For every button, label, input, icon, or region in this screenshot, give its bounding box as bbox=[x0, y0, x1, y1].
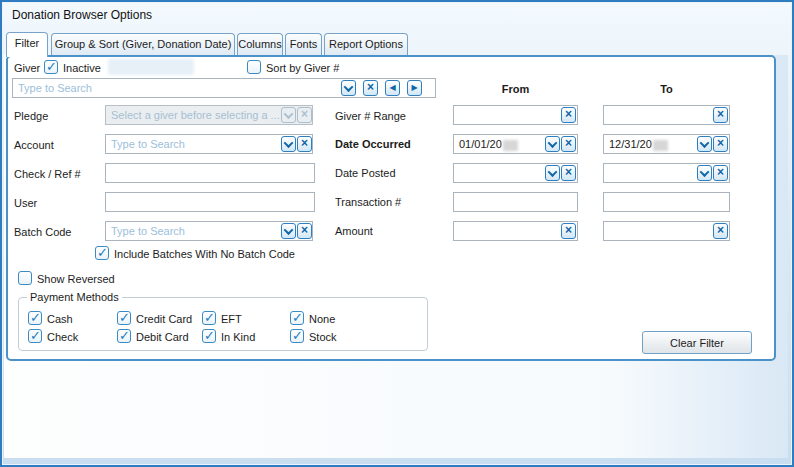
donation-browser-options-dialog: Donation Browser Options Filter Group & … bbox=[0, 0, 794, 467]
in-kind-label: In Kind bbox=[221, 331, 255, 343]
check-checkbox[interactable] bbox=[28, 329, 42, 343]
pledge-dropdown-button chevron-down-icon bbox=[281, 107, 296, 123]
transaction-to-input[interactable] bbox=[603, 192, 730, 212]
inactive-label: Inactive bbox=[63, 62, 101, 74]
in-kind-checkbox[interactable] bbox=[202, 329, 216, 343]
giver-range-label: Giver # Range bbox=[335, 110, 406, 122]
date-posted-from-dropdown-button chevron-down-icon[interactable] bbox=[545, 165, 560, 181]
giver-clear-button x-icon[interactable]: × bbox=[363, 80, 378, 96]
date-occurred-label: Date Occurred bbox=[335, 138, 411, 150]
date-posted-to-dropdown-button chevron-down-icon[interactable] bbox=[697, 165, 712, 181]
date-occurred-from-dropdown-button chevron-down-icon[interactable] bbox=[545, 136, 560, 152]
check-ref-input[interactable] bbox=[105, 163, 315, 183]
user-label: User bbox=[14, 197, 37, 209]
include-batches-checkbox[interactable] bbox=[95, 246, 109, 260]
redacted-year bbox=[503, 140, 518, 151]
date-posted-from-clear-button x-icon[interactable]: × bbox=[561, 165, 576, 181]
amount-label: Amount bbox=[335, 225, 373, 237]
date-occurred-from-clear-button x-icon[interactable]: × bbox=[561, 136, 576, 152]
cash-label: Cash bbox=[47, 313, 73, 325]
amount-to-clear-button x-icon[interactable]: × bbox=[713, 223, 728, 239]
amount-from-input[interactable] bbox=[453, 221, 578, 241]
tab-columns[interactable]: Columns bbox=[237, 33, 283, 55]
giver-range-to-clear-button x-icon[interactable]: × bbox=[713, 107, 728, 123]
account-clear-button x-icon[interactable]: × bbox=[297, 136, 312, 152]
check-ref-label: Check / Ref # bbox=[14, 168, 81, 180]
amount-from-clear-button x-icon[interactable]: × bbox=[561, 223, 576, 239]
amount-to-input[interactable] bbox=[603, 221, 730, 241]
sort-by-giver-label: Sort by Giver # bbox=[266, 62, 339, 74]
credit-card-label: Credit Card bbox=[136, 313, 192, 325]
from-header: From bbox=[453, 83, 578, 95]
cash-checkbox[interactable] bbox=[28, 311, 42, 325]
eft-checkbox[interactable] bbox=[202, 311, 216, 325]
giver-dropdown-button chevron-down-icon[interactable] bbox=[341, 80, 356, 96]
tab-report-options[interactable]: Report Options bbox=[324, 33, 408, 55]
sort-by-giver-checkbox[interactable] bbox=[247, 60, 261, 74]
pledge-label: Pledge bbox=[14, 110, 48, 122]
stock-checkbox[interactable] bbox=[290, 329, 304, 343]
account-label: Account bbox=[14, 139, 54, 151]
transaction-number-label: Transaction # bbox=[335, 196, 401, 208]
credit-card-checkbox[interactable] bbox=[117, 311, 131, 325]
user-input[interactable] bbox=[105, 192, 315, 212]
batch-code-dropdown-button chevron-down-icon[interactable] bbox=[281, 223, 296, 239]
batch-code-clear-button x-icon[interactable]: × bbox=[297, 223, 312, 239]
include-batches-label: Include Batches With No Batch Code bbox=[114, 248, 295, 260]
next-giver-button arrow-right-icon[interactable]: ▶ bbox=[407, 80, 422, 96]
transaction-from-input[interactable] bbox=[453, 192, 578, 212]
date-occurred-to-clear-button x-icon[interactable]: × bbox=[713, 136, 728, 152]
date-occurred-to-dropdown-button chevron-down-icon[interactable] bbox=[697, 136, 712, 152]
debit-card-label: Debit Card bbox=[136, 331, 189, 343]
date-posted-to-clear-button x-icon[interactable]: × bbox=[713, 165, 728, 181]
account-dropdown-button chevron-down-icon[interactable] bbox=[281, 136, 296, 152]
date-posted-label: Date Posted bbox=[335, 167, 396, 179]
clear-filter-button[interactable]: Clear Filter bbox=[642, 331, 752, 354]
stock-label: Stock bbox=[309, 331, 337, 343]
pledge-clear-button x-icon: × bbox=[297, 107, 312, 123]
none-label: None bbox=[309, 313, 335, 325]
tab-filter[interactable]: Filter bbox=[6, 32, 48, 57]
giver-range-to-input[interactable] bbox=[603, 105, 730, 125]
giver-range-from-input[interactable] bbox=[453, 105, 578, 125]
redacted-year bbox=[653, 140, 668, 151]
giver-label: Giver bbox=[14, 62, 40, 74]
previous-giver-button arrow-left-icon[interactable]: ◀ bbox=[385, 80, 400, 96]
window-title: Donation Browser Options bbox=[12, 8, 152, 22]
payment-methods-legend: Payment Methods bbox=[27, 291, 122, 303]
none-checkbox[interactable] bbox=[290, 311, 304, 325]
batch-code-label: Batch Code bbox=[14, 226, 71, 238]
giver-range-from-clear-button x-icon[interactable]: × bbox=[561, 107, 576, 123]
redacted-giver-name bbox=[108, 59, 194, 75]
show-reversed-label: Show Reversed bbox=[37, 273, 115, 285]
tab-group-sort[interactable]: Group & Sort (Giver, Donation Date) bbox=[51, 33, 235, 55]
debit-card-checkbox[interactable] bbox=[117, 329, 131, 343]
eft-label: EFT bbox=[221, 313, 242, 325]
show-reversed-checkbox[interactable] bbox=[18, 271, 32, 285]
to-header: To bbox=[603, 83, 730, 95]
inactive-checkbox[interactable] bbox=[44, 60, 58, 74]
filter-panel: Giver Inactive Sort by Giver # × ◀ ▶ Ple… bbox=[6, 55, 776, 361]
tab-fonts[interactable]: Fonts bbox=[285, 33, 322, 55]
check-label: Check bbox=[47, 331, 78, 343]
